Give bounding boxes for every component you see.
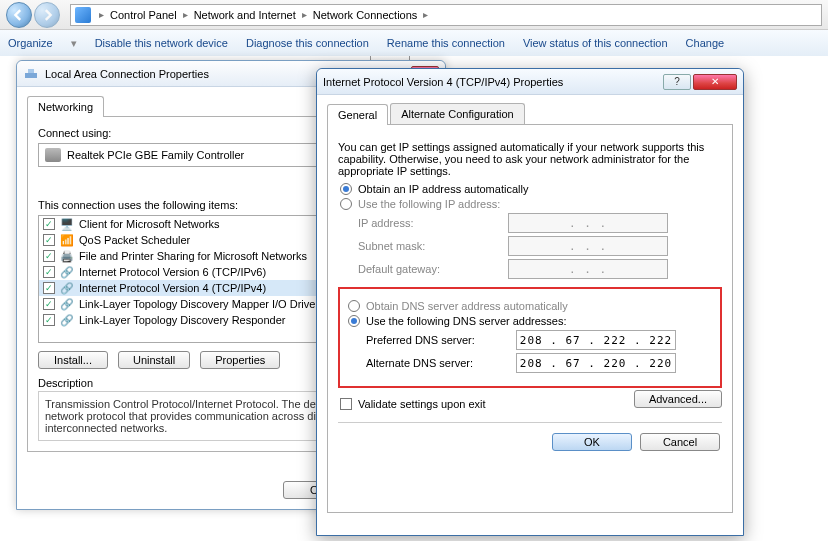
svg-rect-0 bbox=[25, 73, 37, 78]
tab-networking[interactable]: Networking bbox=[27, 96, 104, 117]
organize-menu[interactable]: Organize bbox=[8, 37, 53, 49]
client-icon: 🖥️ bbox=[59, 217, 75, 231]
breadcrumb-network-internet[interactable]: Network and Internet bbox=[192, 9, 298, 21]
lltd-icon: 🔗 bbox=[59, 313, 75, 327]
advanced-button[interactable]: Advanced... bbox=[634, 390, 722, 408]
subnet-mask-input: . . . bbox=[508, 236, 668, 256]
ok-button[interactable]: OK bbox=[552, 433, 632, 451]
gateway-input: . . . bbox=[508, 259, 668, 279]
preferred-dns-input[interactable]: 208 . 67 . 222 . 222 bbox=[516, 330, 676, 350]
gateway-label: Default gateway: bbox=[358, 263, 508, 275]
preferred-dns-label: Preferred DNS server: bbox=[366, 334, 516, 346]
obtain-ip-radio-row: Obtain an IP address automatically bbox=[340, 183, 722, 195]
chevron-right-icon: ▸ bbox=[99, 9, 104, 20]
properties-button[interactable]: Properties bbox=[200, 351, 280, 369]
control-panel-icon bbox=[75, 7, 91, 23]
qos-icon: 📶 bbox=[59, 233, 75, 247]
disable-device-button[interactable]: Disable this network device bbox=[95, 37, 228, 49]
ipv4-properties-window: Internet Protocol Version 4 (TCP/IPv4) P… bbox=[316, 68, 744, 536]
nic-icon bbox=[45, 148, 61, 162]
share-icon: 🖨️ bbox=[59, 249, 75, 263]
install-button[interactable]: Install... bbox=[38, 351, 108, 369]
back-button[interactable] bbox=[6, 2, 32, 28]
chevron-right-icon: ▸ bbox=[302, 9, 307, 20]
validate-checkbox[interactable]: ✓ bbox=[340, 398, 352, 410]
checkbox[interactable]: ✓ bbox=[43, 266, 55, 278]
use-ip-radio[interactable] bbox=[340, 198, 352, 210]
rename-button[interactable]: Rename this connection bbox=[387, 37, 505, 49]
obtain-ip-radio[interactable] bbox=[340, 183, 352, 195]
breadcrumb-control-panel[interactable]: Control Panel bbox=[108, 9, 179, 21]
view-status-button[interactable]: View status of this connection bbox=[523, 37, 668, 49]
dns-highlight-box: Obtain DNS server address automatically … bbox=[338, 287, 722, 388]
checkbox[interactable]: ✓ bbox=[43, 314, 55, 326]
change-button[interactable]: Change bbox=[686, 37, 725, 49]
alternate-dns-label: Alternate DNS server: bbox=[366, 357, 516, 369]
use-dns-radio[interactable] bbox=[348, 315, 360, 327]
chevron-right-icon: ▸ bbox=[183, 9, 188, 20]
obtain-dns-radio-row: Obtain DNS server address automatically bbox=[348, 300, 714, 312]
checkbox[interactable]: ✓ bbox=[43, 218, 55, 230]
protocol-icon: 🔗 bbox=[59, 265, 75, 279]
help-button[interactable]: ? bbox=[663, 74, 691, 90]
alternate-dns-input[interactable]: 208 . 67 . 220 . 220 bbox=[516, 353, 676, 373]
forward-arrow-icon bbox=[41, 9, 53, 21]
chevron-right-icon: ▸ bbox=[423, 9, 428, 20]
protocol-icon: 🔗 bbox=[59, 281, 75, 295]
close-button[interactable]: ✕ bbox=[693, 74, 737, 90]
tab-alternate-config[interactable]: Alternate Configuration bbox=[390, 103, 525, 124]
ipv4-titlebar[interactable]: Internet Protocol Version 4 (TCP/IPv4) P… bbox=[317, 69, 743, 95]
back-arrow-icon bbox=[13, 9, 25, 21]
checkbox[interactable]: ✓ bbox=[43, 298, 55, 310]
lltd-icon: 🔗 bbox=[59, 297, 75, 311]
ip-address-input: . . . bbox=[508, 213, 668, 233]
separator bbox=[338, 422, 722, 423]
use-dns-radio-row: Use the following DNS server addresses: bbox=[348, 315, 714, 327]
cancel-button[interactable]: Cancel bbox=[640, 433, 720, 451]
breadcrumb[interactable]: ▸ Control Panel ▸ Network and Internet ▸… bbox=[70, 4, 822, 26]
network-adapter-icon bbox=[23, 66, 39, 82]
explorer-nav-bar: ▸ Control Panel ▸ Network and Internet ▸… bbox=[0, 0, 828, 30]
subnet-mask-label: Subnet mask: bbox=[358, 240, 508, 252]
intro-text: You can get IP settings assigned automat… bbox=[338, 141, 722, 177]
uninstall-button[interactable]: Uninstall bbox=[118, 351, 190, 369]
checkbox[interactable]: ✓ bbox=[43, 234, 55, 246]
breadcrumb-network-connections[interactable]: Network Connections bbox=[311, 9, 420, 21]
svg-rect-1 bbox=[28, 69, 34, 73]
ip-address-label: IP address: bbox=[358, 217, 508, 229]
diagnose-button[interactable]: Diagnose this connection bbox=[246, 37, 369, 49]
adapter-name: Realtek PCIe GBE Family Controller bbox=[67, 149, 244, 161]
checkbox[interactable]: ✓ bbox=[43, 282, 55, 294]
checkbox[interactable]: ✓ bbox=[43, 250, 55, 262]
tab-general[interactable]: General bbox=[327, 104, 388, 125]
forward-button[interactable] bbox=[34, 2, 60, 28]
ipv4-title: Internet Protocol Version 4 (TCP/IPv4) P… bbox=[323, 76, 661, 88]
ipv4-tabs: General Alternate Configuration bbox=[327, 103, 733, 125]
use-ip-radio-row: Use the following IP address: bbox=[340, 198, 722, 210]
validate-label[interactable]: Validate settings upon exit bbox=[358, 398, 486, 410]
obtain-dns-radio[interactable] bbox=[348, 300, 360, 312]
command-bar: Organize ▾ Disable this network device D… bbox=[0, 30, 828, 56]
